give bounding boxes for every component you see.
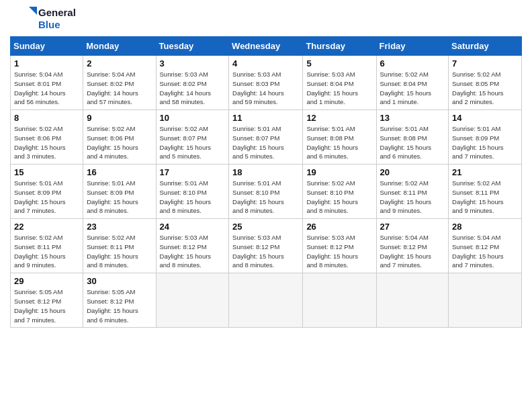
day-number: 20 <box>380 167 445 177</box>
week-row-5: 29Sunrise: 5:05 AM Sunset: 8:12 PM Dayli… <box>11 273 522 328</box>
weekday-tuesday: Tuesday <box>156 37 229 56</box>
week-row-2: 8Sunrise: 5:02 AM Sunset: 8:06 PM Daylig… <box>11 110 522 165</box>
week-row-3: 15Sunrise: 5:01 AM Sunset: 8:09 PM Dayli… <box>11 165 522 219</box>
day-number: 12 <box>306 113 372 123</box>
calendar-cell: 3Sunrise: 5:03 AM Sunset: 8:02 PM Daylig… <box>156 56 229 110</box>
day-number: 14 <box>452 113 518 123</box>
day-info: Sunrise: 5:02 AM Sunset: 8:06 PM Dayligh… <box>87 124 152 161</box>
calendar-cell: 12Sunrise: 5:01 AM Sunset: 8:08 PM Dayli… <box>303 110 376 165</box>
day-info: Sunrise: 5:04 AM Sunset: 8:12 PM Dayligh… <box>380 233 445 270</box>
weekday-monday: Monday <box>83 37 156 56</box>
day-info: Sunrise: 5:01 AM Sunset: 8:10 PM Dayligh… <box>160 179 226 216</box>
weekday-saturday: Saturday <box>449 37 522 56</box>
day-info: Sunrise: 5:03 AM Sunset: 8:12 PM Dayligh… <box>232 233 299 270</box>
day-number: 19 <box>306 167 372 177</box>
calendar-cell <box>303 273 376 328</box>
day-number: 5 <box>306 58 372 68</box>
calendar-cell: 20Sunrise: 5:02 AM Sunset: 8:11 PM Dayli… <box>376 165 449 219</box>
calendar-cell: 14Sunrise: 5:01 AM Sunset: 8:09 PM Dayli… <box>449 110 522 165</box>
day-number: 13 <box>380 113 445 123</box>
day-number: 1 <box>14 58 79 68</box>
day-number: 23 <box>87 222 152 232</box>
calendar-cell: 30Sunrise: 5:05 AM Sunset: 8:12 PM Dayli… <box>83 273 156 328</box>
calendar-cell: 2Sunrise: 5:04 AM Sunset: 8:02 PM Daylig… <box>83 56 156 110</box>
calendar-cell: 1Sunrise: 5:04 AM Sunset: 8:01 PM Daylig… <box>11 56 83 110</box>
day-number: 11 <box>232 113 299 123</box>
logo-svg <box>10 7 37 31</box>
day-info: Sunrise: 5:04 AM Sunset: 8:01 PM Dayligh… <box>14 70 79 107</box>
day-number: 10 <box>160 113 226 123</box>
calendar-cell: 21Sunrise: 5:02 AM Sunset: 8:11 PM Dayli… <box>449 165 522 219</box>
calendar-cell: 4Sunrise: 5:03 AM Sunset: 8:03 PM Daylig… <box>229 56 303 110</box>
weekday-sunday: Sunday <box>11 37 83 56</box>
day-info: Sunrise: 5:02 AM Sunset: 8:07 PM Dayligh… <box>160 124 226 161</box>
day-number: 29 <box>14 276 79 286</box>
day-info: Sunrise: 5:03 AM Sunset: 8:02 PM Dayligh… <box>160 70 226 107</box>
day-number: 3 <box>160 58 226 68</box>
calendar-cell: 16Sunrise: 5:01 AM Sunset: 8:09 PM Dayli… <box>83 165 156 219</box>
calendar-cell <box>229 273 303 328</box>
day-info: Sunrise: 5:02 AM Sunset: 8:06 PM Dayligh… <box>14 124 79 161</box>
calendar-cell: 10Sunrise: 5:02 AM Sunset: 8:07 PM Dayli… <box>156 110 229 165</box>
calendar-cell: 27Sunrise: 5:04 AM Sunset: 8:12 PM Dayli… <box>376 219 449 273</box>
calendar-cell: 9Sunrise: 5:02 AM Sunset: 8:06 PM Daylig… <box>83 110 156 165</box>
day-number: 24 <box>160 222 226 232</box>
calendar-cell <box>156 273 229 328</box>
calendar-cell: 25Sunrise: 5:03 AM Sunset: 8:12 PM Dayli… <box>229 219 303 273</box>
svg-marker-0 <box>29 7 37 15</box>
day-number: 28 <box>452 222 518 232</box>
calendar-cell: 18Sunrise: 5:01 AM Sunset: 8:10 PM Dayli… <box>229 165 303 219</box>
calendar-cell: 7Sunrise: 5:02 AM Sunset: 8:05 PM Daylig… <box>449 56 522 110</box>
calendar-cell: 19Sunrise: 5:02 AM Sunset: 8:10 PM Dayli… <box>303 165 376 219</box>
calendar-cell: 22Sunrise: 5:02 AM Sunset: 8:11 PM Dayli… <box>11 219 83 273</box>
calendar-cell: 15Sunrise: 5:01 AM Sunset: 8:09 PM Dayli… <box>11 165 83 219</box>
weekday-wednesday: Wednesday <box>229 37 303 56</box>
day-info: Sunrise: 5:02 AM Sunset: 8:05 PM Dayligh… <box>452 70 518 107</box>
day-number: 26 <box>306 222 372 232</box>
header: GeneralBlue <box>10 7 522 31</box>
day-info: Sunrise: 5:01 AM Sunset: 8:07 PM Dayligh… <box>232 124 299 161</box>
day-number: 4 <box>232 58 299 68</box>
logo: GeneralBlue <box>10 7 76 31</box>
day-number: 7 <box>452 58 518 68</box>
week-row-1: 1Sunrise: 5:04 AM Sunset: 8:01 PM Daylig… <box>11 56 522 110</box>
day-info: Sunrise: 5:03 AM Sunset: 8:04 PM Dayligh… <box>306 70 372 107</box>
day-info: Sunrise: 5:04 AM Sunset: 8:12 PM Dayligh… <box>452 233 518 270</box>
day-info: Sunrise: 5:01 AM Sunset: 8:10 PM Dayligh… <box>232 179 299 216</box>
day-info: Sunrise: 5:01 AM Sunset: 8:08 PM Dayligh… <box>380 124 445 161</box>
weekday-header-row: SundayMondayTuesdayWednesdayThursdayFrid… <box>11 37 522 56</box>
day-number: 18 <box>232 167 299 177</box>
day-number: 16 <box>87 167 152 177</box>
day-info: Sunrise: 5:01 AM Sunset: 8:09 PM Dayligh… <box>452 124 518 161</box>
day-info: Sunrise: 5:02 AM Sunset: 8:10 PM Dayligh… <box>306 179 372 216</box>
calendar-cell: 8Sunrise: 5:02 AM Sunset: 8:06 PM Daylig… <box>11 110 83 165</box>
day-info: Sunrise: 5:03 AM Sunset: 8:12 PM Dayligh… <box>160 233 226 270</box>
weekday-friday: Friday <box>376 37 449 56</box>
day-info: Sunrise: 5:04 AM Sunset: 8:02 PM Dayligh… <box>87 70 152 107</box>
weekday-thursday: Thursday <box>303 37 376 56</box>
day-info: Sunrise: 5:03 AM Sunset: 8:12 PM Dayligh… <box>306 233 372 270</box>
calendar-cell: 24Sunrise: 5:03 AM Sunset: 8:12 PM Dayli… <box>156 219 229 273</box>
calendar-cell: 29Sunrise: 5:05 AM Sunset: 8:12 PM Dayli… <box>11 273 83 328</box>
day-info: Sunrise: 5:02 AM Sunset: 8:11 PM Dayligh… <box>452 179 518 216</box>
calendar-cell <box>449 273 522 328</box>
day-info: Sunrise: 5:02 AM Sunset: 8:11 PM Dayligh… <box>87 233 152 270</box>
day-number: 17 <box>160 167 226 177</box>
day-number: 21 <box>452 167 518 177</box>
day-info: Sunrise: 5:02 AM Sunset: 8:11 PM Dayligh… <box>380 179 445 216</box>
day-info: Sunrise: 5:02 AM Sunset: 8:11 PM Dayligh… <box>14 233 79 270</box>
logo-general: General <box>38 7 76 19</box>
day-number: 27 <box>380 222 445 232</box>
day-info: Sunrise: 5:05 AM Sunset: 8:12 PM Dayligh… <box>87 287 152 324</box>
calendar-cell: 11Sunrise: 5:01 AM Sunset: 8:07 PM Dayli… <box>229 110 303 165</box>
day-info: Sunrise: 5:02 AM Sunset: 8:04 PM Dayligh… <box>380 70 445 107</box>
day-number: 9 <box>87 113 152 123</box>
calendar-cell: 26Sunrise: 5:03 AM Sunset: 8:12 PM Dayli… <box>303 219 376 273</box>
calendar-cell: 13Sunrise: 5:01 AM Sunset: 8:08 PM Dayli… <box>376 110 449 165</box>
logo-blue: Blue <box>38 19 76 31</box>
calendar-cell: 23Sunrise: 5:02 AM Sunset: 8:11 PM Dayli… <box>83 219 156 273</box>
day-info: Sunrise: 5:05 AM Sunset: 8:12 PM Dayligh… <box>14 287 79 324</box>
calendar-cell <box>376 273 449 328</box>
calendar-cell: 5Sunrise: 5:03 AM Sunset: 8:04 PM Daylig… <box>303 56 376 110</box>
day-number: 2 <box>87 58 152 68</box>
